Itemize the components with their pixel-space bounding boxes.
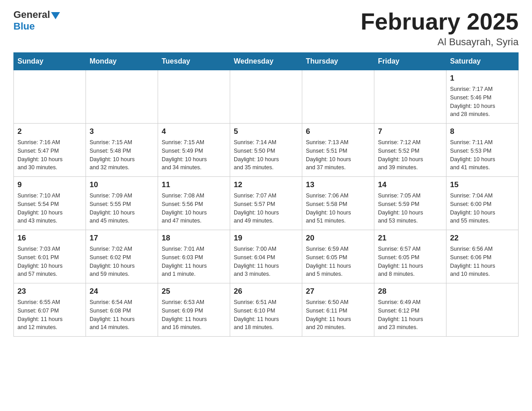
calendar-cell: 4Sunrise: 7:15 AMSunset: 5:49 PMDaylight… — [158, 124, 230, 177]
calendar-cell: 28Sunrise: 6:49 AMSunset: 6:12 PMDayligh… — [374, 283, 446, 337]
day-number: 26 — [234, 287, 298, 296]
day-info: Sunrise: 7:00 AMSunset: 6:04 PMDaylight:… — [234, 245, 298, 278]
day-info: Sunrise: 7:11 AMSunset: 5:53 PMDaylight:… — [450, 138, 515, 172]
day-info: Sunrise: 6:53 AMSunset: 6:09 PMDaylight:… — [162, 298, 226, 332]
day-info: Sunrise: 6:54 AMSunset: 6:08 PMDaylight:… — [90, 298, 154, 332]
day-info: Sunrise: 6:57 AMSunset: 6:05 PMDaylight:… — [378, 245, 442, 278]
day-info: Sunrise: 7:17 AMSunset: 5:46 PMDaylight:… — [450, 85, 515, 119]
column-header-tuesday: Tuesday — [158, 53, 230, 70]
calendar-week-row: 2Sunrise: 7:16 AMSunset: 5:47 PMDaylight… — [14, 124, 519, 177]
column-header-wednesday: Wednesday — [230, 53, 302, 70]
calendar-cell: 3Sunrise: 7:15 AMSunset: 5:48 PMDaylight… — [86, 124, 158, 177]
calendar-cell: 9Sunrise: 7:10 AMSunset: 5:54 PMDaylight… — [14, 177, 86, 230]
calendar-cell: 5Sunrise: 7:14 AMSunset: 5:50 PMDaylight… — [230, 124, 302, 177]
day-info: Sunrise: 7:12 AMSunset: 5:52 PMDaylight:… — [378, 138, 442, 172]
day-number: 17 — [90, 234, 154, 243]
day-number: 21 — [378, 234, 442, 243]
calendar-cell: 8Sunrise: 7:11 AMSunset: 5:53 PMDaylight… — [446, 124, 519, 177]
day-info: Sunrise: 7:03 AMSunset: 6:01 PMDaylight:… — [17, 245, 82, 278]
month-title: February 2025 — [360, 9, 519, 34]
location-title: Al Busayrah, Syria — [360, 36, 519, 48]
day-number: 8 — [450, 127, 515, 136]
calendar-cell: 7Sunrise: 7:12 AMSunset: 5:52 PMDaylight… — [374, 124, 446, 177]
day-number: 22 — [450, 234, 515, 243]
calendar-cell: 1Sunrise: 7:17 AMSunset: 5:46 PMDaylight… — [446, 70, 519, 124]
logo-general-text: General — [13, 9, 50, 21]
day-number: 9 — [17, 180, 82, 189]
logo-triangle-icon — [51, 12, 60, 19]
calendar-cell: 27Sunrise: 6:50 AMSunset: 6:11 PMDayligh… — [302, 283, 374, 337]
day-info: Sunrise: 6:55 AMSunset: 6:07 PMDaylight:… — [17, 298, 82, 332]
day-number: 16 — [17, 234, 82, 243]
calendar-cell: 13Sunrise: 7:06 AMSunset: 5:58 PMDayligh… — [302, 177, 374, 230]
calendar-cell — [446, 283, 519, 337]
calendar-week-row: 23Sunrise: 6:55 AMSunset: 6:07 PMDayligh… — [14, 283, 519, 337]
calendar-cell: 26Sunrise: 6:51 AMSunset: 6:10 PMDayligh… — [230, 283, 302, 337]
calendar-cell: 10Sunrise: 7:09 AMSunset: 5:55 PMDayligh… — [86, 177, 158, 230]
calendar-cell: 14Sunrise: 7:05 AMSunset: 5:59 PMDayligh… — [374, 177, 446, 230]
day-info: Sunrise: 6:50 AMSunset: 6:11 PMDaylight:… — [306, 298, 370, 332]
day-number: 15 — [450, 180, 515, 189]
day-info: Sunrise: 7:09 AMSunset: 5:55 PMDaylight:… — [90, 192, 154, 225]
day-info: Sunrise: 6:51 AMSunset: 6:10 PMDaylight:… — [234, 298, 298, 332]
day-number: 20 — [306, 234, 370, 243]
calendar-cell — [14, 70, 86, 124]
day-info: Sunrise: 7:10 AMSunset: 5:54 PMDaylight:… — [17, 192, 82, 225]
calendar-cell — [302, 70, 374, 124]
day-info: Sunrise: 7:15 AMSunset: 5:48 PMDaylight:… — [90, 138, 154, 172]
day-info: Sunrise: 7:16 AMSunset: 5:47 PMDaylight:… — [17, 138, 82, 172]
day-number: 2 — [17, 127, 82, 136]
day-number: 5 — [234, 127, 298, 136]
day-number: 3 — [90, 127, 154, 136]
day-number: 18 — [162, 234, 226, 243]
calendar-table: SundayMondayTuesdayWednesdayThursdayFrid… — [13, 52, 519, 337]
calendar-cell: 17Sunrise: 7:02 AMSunset: 6:02 PMDayligh… — [86, 230, 158, 283]
calendar-week-row: 9Sunrise: 7:10 AMSunset: 5:54 PMDaylight… — [14, 177, 519, 230]
calendar-cell — [86, 70, 158, 124]
day-info: Sunrise: 7:15 AMSunset: 5:49 PMDaylight:… — [162, 138, 226, 172]
page-header: General Blue February 2025 Al Busayrah, … — [13, 9, 519, 48]
calendar-week-row: 1Sunrise: 7:17 AMSunset: 5:46 PMDaylight… — [14, 70, 519, 124]
calendar-week-row: 16Sunrise: 7:03 AMSunset: 6:01 PMDayligh… — [14, 230, 519, 283]
day-number: 28 — [378, 287, 442, 296]
day-info: Sunrise: 7:14 AMSunset: 5:50 PMDaylight:… — [234, 138, 298, 172]
day-number: 19 — [234, 234, 298, 243]
day-number: 14 — [378, 180, 442, 189]
calendar-cell: 19Sunrise: 7:00 AMSunset: 6:04 PMDayligh… — [230, 230, 302, 283]
day-number: 13 — [306, 180, 370, 189]
day-number: 4 — [162, 127, 226, 136]
day-info: Sunrise: 7:13 AMSunset: 5:51 PMDaylight:… — [306, 138, 370, 172]
day-number: 10 — [90, 180, 154, 189]
day-number: 25 — [162, 287, 226, 296]
calendar-cell — [374, 70, 446, 124]
day-number: 11 — [162, 180, 226, 189]
calendar-cell: 23Sunrise: 6:55 AMSunset: 6:07 PMDayligh… — [14, 283, 86, 337]
calendar-cell — [158, 70, 230, 124]
day-number: 7 — [378, 127, 442, 136]
day-info: Sunrise: 7:05 AMSunset: 5:59 PMDaylight:… — [378, 192, 442, 225]
column-header-sunday: Sunday — [14, 53, 86, 70]
day-info: Sunrise: 7:06 AMSunset: 5:58 PMDaylight:… — [306, 192, 370, 225]
calendar-header-row: SundayMondayTuesdayWednesdayThursdayFrid… — [14, 53, 519, 70]
calendar-cell: 21Sunrise: 6:57 AMSunset: 6:05 PMDayligh… — [374, 230, 446, 283]
calendar-cell: 16Sunrise: 7:03 AMSunset: 6:01 PMDayligh… — [14, 230, 86, 283]
day-info: Sunrise: 7:08 AMSunset: 5:56 PMDaylight:… — [162, 192, 226, 225]
logo: General Blue — [13, 9, 60, 32]
calendar-cell: 15Sunrise: 7:04 AMSunset: 6:00 PMDayligh… — [446, 177, 519, 230]
calendar-cell: 2Sunrise: 7:16 AMSunset: 5:47 PMDaylight… — [14, 124, 86, 177]
calendar-cell: 25Sunrise: 6:53 AMSunset: 6:09 PMDayligh… — [158, 283, 230, 337]
logo-text: General — [13, 9, 60, 21]
logo-blue-text: Blue — [13, 21, 35, 32]
calendar-cell: 12Sunrise: 7:07 AMSunset: 5:57 PMDayligh… — [230, 177, 302, 230]
calendar-cell — [230, 70, 302, 124]
day-number: 24 — [90, 287, 154, 296]
calendar-cell: 6Sunrise: 7:13 AMSunset: 5:51 PMDaylight… — [302, 124, 374, 177]
day-info: Sunrise: 6:49 AMSunset: 6:12 PMDaylight:… — [378, 298, 442, 332]
calendar-cell: 20Sunrise: 6:59 AMSunset: 6:05 PMDayligh… — [302, 230, 374, 283]
column-header-friday: Friday — [374, 53, 446, 70]
day-number: 12 — [234, 180, 298, 189]
day-info: Sunrise: 7:02 AMSunset: 6:02 PMDaylight:… — [90, 245, 154, 278]
day-number: 6 — [306, 127, 370, 136]
day-number: 27 — [306, 287, 370, 296]
day-info: Sunrise: 6:56 AMSunset: 6:06 PMDaylight:… — [450, 245, 515, 278]
